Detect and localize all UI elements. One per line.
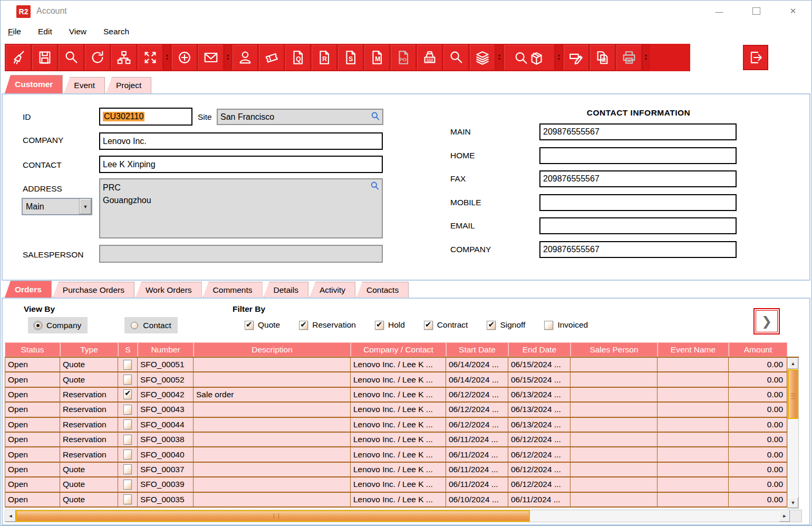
- filter-invoiced[interactable]: Invoiced: [544, 320, 588, 330]
- tab-purchase-orders[interactable]: Purchase Orders: [53, 282, 134, 298]
- col-header-sales-person[interactable]: Sales Person: [571, 342, 658, 357]
- row-signoff-checkbox[interactable]: [123, 450, 132, 460]
- next-button[interactable]: ❯: [753, 308, 780, 334]
- order-row[interactable]: OpenReservationSFO_00044Lenovo Inc. / Le…: [5, 418, 799, 433]
- tab-orders[interactable]: Orders: [5, 281, 52, 298]
- find-item-button[interactable]: [504, 44, 555, 71]
- save-button[interactable]: [32, 44, 57, 71]
- tab-contacts[interactable]: Contacts: [356, 282, 409, 298]
- toolbar-overflow-chevrons[interactable]: ▼▼: [496, 44, 503, 71]
- search-button[interactable]: [58, 44, 84, 71]
- id-input[interactable]: CU302110: [99, 108, 192, 126]
- doc-signoff-button[interactable]: S: [337, 44, 363, 71]
- row-signoff-checkbox[interactable]: [123, 375, 132, 385]
- chevron-down-icon[interactable]: ▼: [79, 199, 91, 214]
- filter-hold[interactable]: Hold: [375, 320, 405, 330]
- main-input[interactable]: 209876555567: [539, 123, 737, 140]
- order-row[interactable]: OpenQuoteSFO_00035Lenovo Inc. / Lee K ..…: [5, 493, 799, 508]
- row-signoff-checkbox[interactable]: [123, 464, 132, 474]
- toolbar-overflow-chevrons[interactable]: ▼▼: [224, 44, 231, 71]
- scroll-up-button[interactable]: ▲: [788, 358, 798, 369]
- edit-field-button[interactable]: [563, 44, 589, 71]
- cash-register-button[interactable]: [417, 44, 442, 71]
- radio-company[interactable]: Company: [28, 317, 88, 333]
- add-new-button[interactable]: [171, 44, 197, 71]
- horizontal-scroll-track[interactable]: [16, 510, 779, 522]
- mail-button[interactable]: [198, 44, 224, 71]
- menu-view[interactable]: View: [69, 27, 86, 36]
- col-header-company-contact[interactable]: Company / Contact: [351, 342, 446, 357]
- tab-work-orders[interactable]: Work Orders: [136, 282, 202, 298]
- col-header-start-date[interactable]: Start Date: [446, 342, 508, 357]
- vertical-scroll-thumb[interactable]: [788, 369, 798, 419]
- home-input[interactable]: [539, 147, 737, 164]
- toolbar-overflow-chevrons[interactable]: ▼▼: [642, 44, 650, 71]
- vertical-scroll-track[interactable]: [788, 369, 798, 498]
- expand-button[interactable]: [137, 44, 163, 71]
- menu-search[interactable]: Search: [103, 27, 129, 36]
- close-button[interactable]: ✕: [775, 1, 811, 22]
- order-row[interactable]: OpenReservationSFO_00040Lenovo Inc. / Le…: [5, 447, 799, 462]
- scroll-right-button[interactable]: ►: [779, 510, 790, 522]
- mobile-input[interactable]: [539, 194, 737, 211]
- row-signoff-checkbox[interactable]: [123, 494, 132, 504]
- row-signoff-checkbox[interactable]: [123, 435, 132, 445]
- col-header-description[interactable]: Description: [194, 342, 351, 357]
- address-lookup-icon[interactable]: [370, 181, 380, 193]
- fax-input[interactable]: 209876555567: [539, 170, 737, 187]
- order-row[interactable]: OpenReservationSFO_00042Sale orderLenovo…: [5, 388, 799, 403]
- order-row[interactable]: OpenQuoteSFO_00052Lenovo Inc. / Lee K ..…: [5, 372, 799, 387]
- col-header-event-name[interactable]: Event Name: [658, 342, 729, 357]
- refresh-button[interactable]: [84, 44, 110, 71]
- radio-contact[interactable]: Contact: [124, 317, 177, 333]
- col-header-status[interactable]: Status: [5, 342, 60, 357]
- toolbar-overflow-chevrons[interactable]: ▼▼: [163, 44, 171, 71]
- scroll-left-button[interactable]: ◄: [5, 510, 16, 522]
- menu-file[interactable]: File: [8, 27, 21, 36]
- contact-input[interactable]: Lee K Xinping: [99, 156, 383, 173]
- row-signoff-checkbox[interactable]: [123, 419, 132, 429]
- search-small-button[interactable]: [443, 44, 469, 71]
- exit-button[interactable]: [743, 45, 768, 70]
- col-header-number[interactable]: Number: [138, 342, 194, 357]
- order-row[interactable]: OpenQuoteSFO_00039Lenovo Inc. / Lee K ..…: [5, 477, 799, 492]
- horizontal-scroll-thumb[interactable]: [16, 510, 530, 522]
- row-signoff-checkbox[interactable]: [123, 480, 132, 490]
- minimize-button[interactable]: —: [701, 1, 738, 22]
- tab-details[interactable]: Details: [264, 282, 308, 298]
- layers-button[interactable]: [469, 44, 495, 71]
- col-header-amount[interactable]: Amount: [729, 342, 787, 357]
- company-input[interactable]: Lenovo Inc.: [99, 132, 383, 150]
- doc-quote-button[interactable]: Q: [285, 44, 311, 71]
- row-signoff-checkbox[interactable]: [123, 405, 132, 415]
- col-header-s[interactable]: S: [118, 342, 138, 357]
- address-type-select[interactable]: Main ▼: [22, 198, 92, 215]
- tab-project[interactable]: Project: [106, 77, 151, 93]
- tab-activity[interactable]: Activity: [310, 282, 355, 298]
- clear-broom-button[interactable]: [5, 44, 31, 71]
- contact-person-button[interactable]: [232, 44, 258, 71]
- maximize-button[interactable]: [738, 1, 775, 22]
- order-row[interactable]: OpenReservationSFO_00038Lenovo Inc. / Le…: [5, 433, 799, 447]
- tab-comments[interactable]: Comments: [203, 282, 263, 298]
- menu-edit[interactable]: Edit: [38, 27, 52, 36]
- tab-event[interactable]: Event: [64, 77, 105, 93]
- col-header-type[interactable]: Type: [60, 342, 118, 357]
- filter-quote[interactable]: Quote: [245, 320, 280, 330]
- tab-customer[interactable]: Customer: [5, 75, 63, 93]
- org-hierarchy-button[interactable]: [111, 44, 137, 71]
- filter-signoff[interactable]: Signoff: [487, 320, 525, 330]
- site-field[interactable]: San Francisco: [217, 109, 383, 125]
- toolbar-overflow-chevrons[interactable]: ▼▼: [555, 44, 563, 71]
- company-input[interactable]: 209876555567: [539, 241, 737, 258]
- site-lookup-icon[interactable]: [371, 111, 380, 123]
- row-signoff-checkbox[interactable]: [123, 389, 132, 399]
- filter-reservation[interactable]: Reservation: [299, 320, 356, 330]
- col-header-end-date[interactable]: End Date: [508, 342, 571, 357]
- doc-misc-button[interactable]: M: [364, 44, 390, 71]
- row-signoff-checkbox[interactable]: [123, 360, 132, 370]
- filter-contract[interactable]: Contract: [424, 320, 468, 330]
- doc-reservation-button[interactable]: R: [311, 44, 337, 71]
- order-row[interactable]: OpenQuoteSFO_00051Lenovo Inc. / Lee K ..…: [5, 358, 799, 372]
- ticket-button[interactable]: [258, 44, 284, 71]
